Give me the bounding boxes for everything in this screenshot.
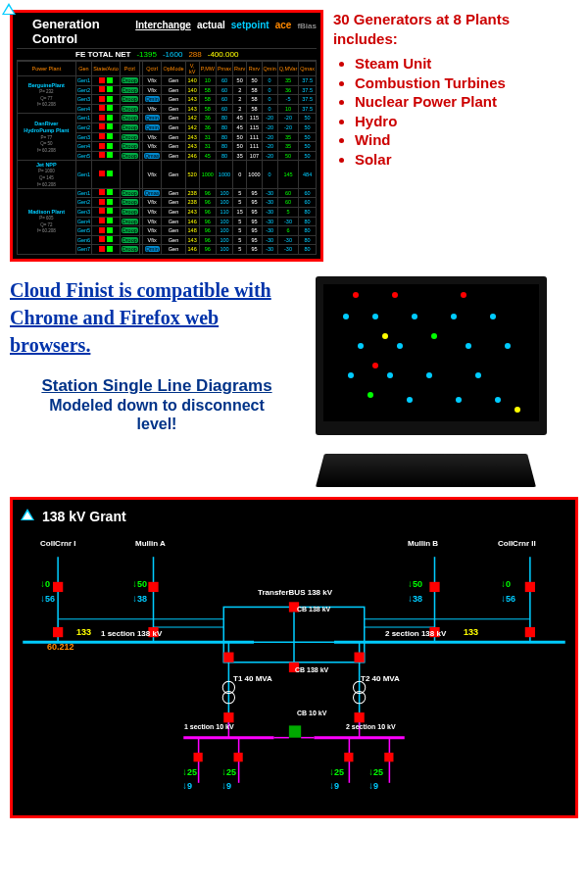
feature-item: Steam Unit — [355, 54, 578, 74]
svg-rect-48 — [384, 753, 393, 761]
feature-item: Combustion Turbines — [355, 74, 578, 93]
generation-control-panel: Generation Control Interchange actual se… — [10, 10, 323, 262]
svg-rect-47 — [344, 753, 353, 761]
svg-rect-11 — [53, 582, 63, 592]
sld-heading: Station Single Line Diagrams — [10, 376, 304, 396]
svg-rect-17 — [525, 582, 535, 592]
feature-list: 30 Generators at 8 Plants includes: Stea… — [333, 10, 578, 262]
gen-title: Generation Control — [32, 17, 129, 46]
monitor-illustration — [316, 276, 561, 487]
svg-rect-15 — [429, 582, 439, 592]
sld-title: 138 kV Grant — [42, 509, 126, 524]
logo-icon — [21, 509, 34, 520]
single-line-diagram-panel: 138 kV Grant — [10, 497, 578, 818]
svg-rect-32 — [223, 712, 233, 722]
svg-rect-27 — [355, 652, 365, 662]
svg-rect-12 — [53, 627, 63, 637]
svg-rect-45 — [194, 753, 203, 761]
compat-text: Cloud Finist is compatible with Chrome a… — [10, 276, 304, 359]
svg-rect-13 — [148, 582, 158, 592]
svg-rect-33 — [355, 712, 365, 722]
svg-rect-46 — [234, 753, 243, 761]
logo-icon — [2, 3, 16, 15]
keyboard-icon — [316, 454, 536, 487]
feature-item: Wind — [355, 130, 578, 150]
svg-rect-26 — [223, 652, 233, 662]
svg-rect-38 — [289, 725, 301, 737]
feature-heading: 30 Generators at 8 Plants includes: — [333, 10, 578, 48]
feature-item: Nuclear Power Plant — [355, 92, 578, 112]
feature-item: Hydro — [355, 112, 578, 131]
feature-item: Solar — [355, 150, 578, 170]
svg-rect-18 — [525, 627, 535, 637]
monitor-screen — [316, 276, 547, 435]
generator-table: Power PlantGenState/AutoPctrlQctrlOpMode… — [17, 61, 317, 255]
